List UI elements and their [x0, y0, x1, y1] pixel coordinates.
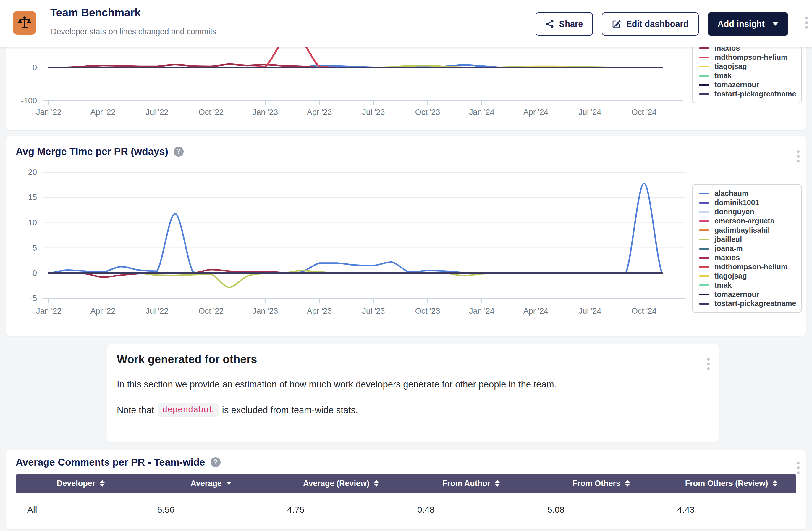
card-kebab-menu[interactable]: [707, 358, 710, 370]
legend-label: maxios: [714, 47, 740, 52]
edit-icon: [612, 19, 621, 29]
column-header-label: Average (Review): [303, 479, 369, 488]
legend-swatch: [699, 84, 709, 86]
legend-swatch: [699, 47, 709, 49]
chevron-down-icon: [772, 22, 778, 26]
svg-text:Apr '23: Apr '23: [307, 307, 332, 316]
svg-text:Jul '24: Jul '24: [578, 307, 601, 316]
legend-swatch: [699, 57, 709, 58]
legend-label: tmak: [714, 281, 731, 290]
share-button[interactable]: Share: [536, 12, 593, 36]
svg-text:Oct '23: Oct '23: [415, 307, 440, 316]
column-header-developer[interactable]: Developer: [16, 474, 146, 493]
legend-label: emerson-argueta: [714, 216, 774, 225]
legend-item-emerson-argueta[interactable]: emerson-argueta: [699, 216, 801, 225]
svg-text:Jan '23: Jan '23: [252, 108, 278, 117]
sort-icon: [625, 480, 630, 487]
legend-label: jbailleul: [714, 235, 742, 243]
legend-item-tmak[interactable]: tmak: [699, 71, 801, 80]
section-divider: [725, 388, 806, 388]
svg-text:Oct '24: Oct '24: [632, 307, 657, 316]
chart-legend: alachaumdominik1001donnguyenemerson-argu…: [692, 184, 802, 313]
series-mdthompson-helium: [49, 47, 662, 68]
legend-swatch: [699, 193, 709, 194]
svg-text:Oct '24: Oct '24: [632, 108, 657, 117]
table-cell: 0.48: [406, 493, 536, 526]
column-header-from-author[interactable]: From Author: [406, 474, 536, 493]
legend-swatch: [699, 75, 709, 76]
legend-item-tostart-pickagreatname[interactable]: tostart-pickagreatname: [699, 89, 801, 99]
section-divider: [6, 388, 101, 388]
legend-swatch: [699, 220, 709, 222]
svg-text:15: 15: [28, 193, 37, 202]
legend-item-tiagojsag[interactable]: tiagojsag: [699, 271, 801, 281]
column-header-label: From Author: [443, 479, 490, 488]
header-kebab-menu[interactable]: [805, 17, 808, 29]
legend-swatch: [699, 257, 709, 259]
legend-label: alachaum: [714, 189, 749, 198]
legend-label: tomazernour: [714, 81, 759, 89]
table-title-row: Average Comments per PR - Team-wide ?: [16, 457, 221, 468]
legend-swatch: [699, 266, 709, 268]
average-comments-card: Average Comments per PR - Team-wide ? De…: [6, 450, 806, 529]
card-kebab-menu[interactable]: [797, 150, 800, 163]
table-row: All5.564.750.485.084.43: [16, 493, 796, 526]
legend-item-donnguyen[interactable]: donnguyen: [699, 207, 801, 216]
help-icon[interactable]: ?: [174, 146, 184, 157]
dependabot-code-chip: dependabot: [158, 403, 219, 417]
column-header-average[interactable]: Average: [146, 474, 276, 493]
svg-text:Apr '22: Apr '22: [90, 108, 116, 117]
table-cell: 5.56: [146, 493, 276, 526]
legend-item-dominik1001[interactable]: dominik1001: [699, 198, 801, 207]
legend-item-tmak[interactable]: tmak: [699, 281, 801, 290]
add-insight-button[interactable]: Add insight: [708, 12, 788, 36]
legend-swatch: [699, 239, 709, 240]
legend-item-gadimbaylisahil[interactable]: gadimbaylisahil: [699, 225, 801, 235]
column-header-label: From Others (Review): [685, 479, 768, 488]
edit-dashboard-button[interactable]: Edit dashboard: [602, 12, 698, 36]
column-header-average-review-[interactable]: Average (Review): [276, 474, 406, 493]
svg-text:Jul '22: Jul '22: [145, 108, 168, 117]
svg-text:Apr '22: Apr '22: [90, 307, 116, 316]
legend-label: tmak: [714, 71, 731, 80]
chart-title-row: Avg Merge Time per PR (wdays) ?: [16, 145, 184, 157]
legend-swatch: [699, 294, 709, 295]
svg-text:Jan '24: Jan '24: [469, 307, 494, 316]
legend-label: gadimbaylisahil: [714, 226, 770, 234]
svg-text:5: 5: [32, 243, 37, 252]
column-header-label: Developer: [57, 479, 96, 488]
chart-legend: alachaumdominik1001donnguyenemerson-argu…: [692, 47, 802, 103]
svg-text:Jan '24: Jan '24: [469, 108, 494, 117]
legend-item-tostart-pickagreatname[interactable]: tostart-pickagreatname: [699, 299, 801, 308]
page-title: Team Benchmark: [50, 6, 141, 19]
sort-icon: [773, 480, 778, 487]
legend-item-maxios[interactable]: maxios: [699, 253, 801, 262]
legend-item-maxios[interactable]: maxios: [699, 47, 801, 53]
average-comments-title: Average Comments per PR - Team-wide: [16, 457, 205, 468]
legend-item-tomazernour[interactable]: tomazernour: [699, 80, 801, 89]
lines-changed-chart: Jan '22Apr '22Jul '22Oct '22Jan '23Apr '…: [6, 47, 806, 130]
legend-swatch: [699, 93, 709, 95]
help-icon[interactable]: ?: [211, 457, 221, 467]
card-kebab-menu[interactable]: [797, 462, 800, 474]
note-suffix: is excluded from team-wide stats.: [222, 405, 358, 416]
sort-icon: [495, 480, 500, 487]
legend-item-mdthompson-helium[interactable]: mdthompson-helium: [699, 53, 801, 62]
sort-icon: [374, 480, 379, 487]
legend-item-tomazernour[interactable]: tomazernour: [699, 290, 801, 299]
svg-text:Jan '23: Jan '23: [252, 307, 278, 316]
column-header-from-others-review-[interactable]: From Others (Review): [666, 474, 796, 493]
legend-label: tiagojsag: [714, 272, 747, 280]
work-generated-description: In this section we provide an estimation…: [117, 379, 556, 390]
legend-item-alachaum[interactable]: alachaum: [699, 189, 801, 198]
svg-text:0: 0: [32, 269, 37, 278]
svg-text:Jul '22: Jul '22: [145, 307, 168, 316]
column-header-from-others[interactable]: From Others: [536, 474, 666, 493]
legend-item-joana-m[interactable]: joana-m: [699, 244, 801, 253]
legend-item-mdthompson-helium[interactable]: mdthompson-helium: [699, 262, 801, 271]
legend-label: donnguyen: [714, 208, 754, 216]
legend-swatch: [699, 66, 709, 68]
legend-item-jbailleul[interactable]: jbailleul: [699, 235, 801, 244]
legend-item-tiagojsag[interactable]: tiagojsag: [699, 62, 801, 71]
svg-text:10: 10: [28, 218, 37, 227]
